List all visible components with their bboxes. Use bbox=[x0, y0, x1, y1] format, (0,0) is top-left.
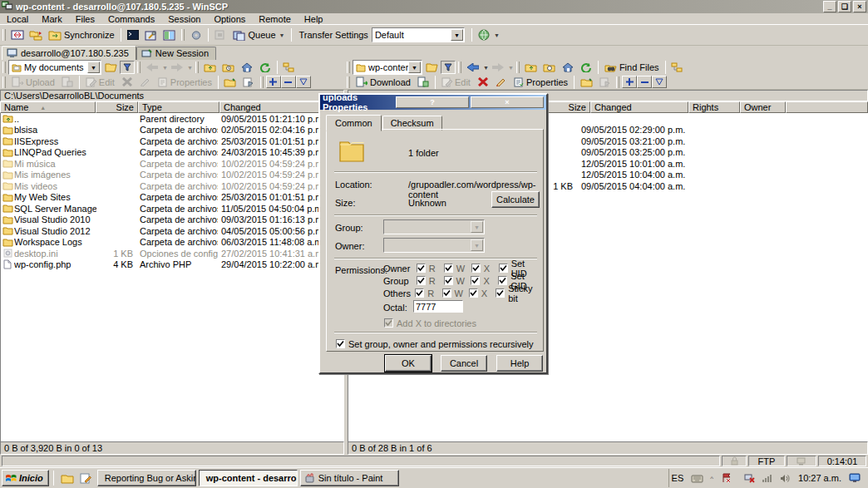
owner-combo[interactable]: ▼ bbox=[383, 238, 485, 253]
settings-gear-icon[interactable] bbox=[187, 27, 205, 43]
menu-commands[interactable]: Commands bbox=[101, 14, 161, 24]
local-file-row[interactable]: IISExpressCarpeta de archivos25/03/2015 … bbox=[1, 136, 344, 147]
console-icon[interactable] bbox=[124, 27, 142, 43]
local-file-row[interactable]: desktop.ini1 KBOpciones de config...27/0… bbox=[1, 248, 344, 259]
transfer-resume-icon[interactable] bbox=[211, 27, 229, 43]
directory-tree-icon[interactable] bbox=[280, 59, 298, 76]
perm-checkbox[interactable] bbox=[417, 276, 426, 285]
selection-filter-icon[interactable] bbox=[296, 76, 311, 88]
menu-mark[interactable]: Mark bbox=[35, 14, 68, 24]
menu-files[interactable]: Files bbox=[69, 14, 101, 24]
column-header-type[interactable]: Type bbox=[138, 101, 219, 113]
ok-button[interactable]: OK bbox=[385, 355, 432, 372]
perm-checkbox[interactable] bbox=[469, 288, 478, 298]
quicklaunch-explorer-icon[interactable] bbox=[58, 470, 76, 486]
delete-icon[interactable] bbox=[474, 74, 492, 91]
local-file-row[interactable]: Mi músicaCarpeta de archivos10/02/2015 0… bbox=[1, 158, 344, 170]
menu-session[interactable]: Session bbox=[161, 14, 207, 24]
menu-options[interactable]: Options bbox=[207, 14, 252, 24]
selection-filter-icon[interactable] bbox=[652, 76, 667, 88]
local-file-row[interactable]: Workspace LogsCarpeta de archivos06/03/2… bbox=[1, 237, 344, 249]
restore-button[interactable]: ❏ bbox=[838, 1, 851, 12]
session-tab-new[interactable]: New Session bbox=[136, 47, 216, 60]
local-drive-combo[interactable]: My documents ▼ bbox=[8, 60, 101, 75]
local-file-row[interactable]: wp-config.php4 KBArchivo PHP29/04/2015 1… bbox=[1, 259, 344, 271]
perm-extra-checkbox[interactable] bbox=[496, 288, 505, 298]
rename-icon[interactable] bbox=[136, 74, 155, 91]
clock[interactable]: 10:27 a.m. bbox=[798, 473, 841, 483]
perm-checkbox[interactable] bbox=[442, 288, 451, 298]
transfer-settings-combo[interactable]: Default ▼ bbox=[372, 27, 465, 42]
select-add-icon[interactable] bbox=[622, 76, 637, 88]
perm-checkbox[interactable] bbox=[444, 276, 453, 285]
tab-common[interactable]: Common bbox=[326, 115, 382, 131]
select-remove-icon[interactable] bbox=[281, 76, 296, 88]
task-winscp[interactable]: wp-content - desarrol... bbox=[199, 470, 298, 486]
volume-icon[interactable] bbox=[776, 470, 794, 486]
cancel-button[interactable]: Cancel bbox=[441, 355, 487, 372]
perm-extra-checkbox[interactable] bbox=[498, 276, 507, 285]
select-add-icon[interactable] bbox=[266, 76, 281, 88]
language-indicator[interactable]: ES bbox=[672, 473, 684, 483]
close-button[interactable]: × bbox=[853, 1, 866, 12]
combo-arrow-icon[interactable]: ▼ bbox=[451, 29, 463, 41]
remote-drive-combo[interactable]: wp-content ▼ bbox=[353, 60, 422, 75]
delete-icon[interactable] bbox=[118, 74, 136, 91]
directory-tree-icon[interactable] bbox=[668, 59, 687, 76]
select-remove-icon[interactable] bbox=[637, 76, 652, 88]
perm-checkbox[interactable] bbox=[444, 264, 453, 273]
menu-local[interactable]: Local bbox=[0, 14, 35, 24]
menu-help[interactable]: Help bbox=[298, 14, 330, 24]
queue-button[interactable]: Queue ▼ bbox=[229, 27, 289, 43]
local-file-row[interactable]: Mis videosCarpeta de archivos10/02/2015 … bbox=[1, 180, 344, 192]
local-file-row[interactable]: blsisaCarpeta de archivos02/05/2015 02:0… bbox=[1, 125, 344, 136]
column-header-rights[interactable]: Rights bbox=[688, 101, 740, 113]
column-header-size[interactable]: Size bbox=[96, 101, 138, 113]
filter-icon[interactable] bbox=[120, 61, 135, 74]
compare-directories-icon[interactable] bbox=[8, 27, 27, 43]
column-header-owner[interactable]: Owner bbox=[740, 101, 786, 113]
local-file-row[interactable]: LINQPad QueriesCarpeta de archivos24/03/… bbox=[1, 147, 344, 159]
session-tab-active[interactable]: desarrollo@107.180.5.235 bbox=[2, 46, 136, 60]
column-header-changed[interactable]: Changed bbox=[590, 101, 688, 113]
synchronize-button[interactable]: Synchronize bbox=[45, 27, 118, 43]
panel-layout-icon[interactable] bbox=[160, 27, 179, 43]
task-chrome[interactable]: Reporting Bug or Asking ... bbox=[97, 470, 196, 486]
dialog-close-icon[interactable]: × bbox=[471, 96, 544, 108]
rename-icon[interactable] bbox=[492, 74, 510, 91]
offline-flag-icon[interactable] bbox=[718, 470, 736, 486]
queue-dropdown-icon[interactable]: ▼ bbox=[279, 32, 285, 38]
menu-remote[interactable]: Remote bbox=[252, 14, 298, 24]
new-folder-icon[interactable] bbox=[221, 74, 239, 91]
perm-extra-checkbox[interactable] bbox=[499, 264, 508, 273]
local-file-row[interactable]: Mis imágenesCarpeta de archivos10/02/201… bbox=[1, 170, 344, 181]
perm-checkbox[interactable] bbox=[417, 264, 426, 273]
column-header-size[interactable]: Size bbox=[540, 101, 590, 113]
download-background-icon[interactable] bbox=[414, 74, 432, 91]
hide-icons-chevron[interactable]: ^ bbox=[710, 475, 713, 482]
upload-background-icon[interactable] bbox=[58, 74, 76, 91]
add-x-checkbox[interactable] bbox=[384, 318, 393, 328]
perm-checkbox[interactable] bbox=[471, 276, 480, 285]
calculate-button[interactable]: Calculate bbox=[491, 191, 540, 208]
local-file-row[interactable]: My Web SitesCarpeta de archivos25/03/201… bbox=[1, 192, 344, 204]
dialog-help-icon[interactable]: ? bbox=[396, 96, 469, 108]
upload-button[interactable]: Upload bbox=[8, 74, 58, 91]
properties-button[interactable]: Properties bbox=[155, 74, 215, 91]
edit-button[interactable]: Edit bbox=[82, 74, 118, 91]
toolbar-grip[interactable] bbox=[2, 29, 6, 41]
signal-strength-icon[interactable] bbox=[762, 475, 772, 482]
disconnected-network-icon[interactable] bbox=[740, 470, 758, 486]
refresh-icon[interactable] bbox=[256, 59, 274, 76]
minimize-button[interactable]: _ bbox=[823, 1, 836, 12]
recursive-checkbox[interactable] bbox=[336, 339, 345, 348]
new-link-icon[interactable] bbox=[595, 74, 614, 91]
keyboard-icon[interactable] bbox=[688, 470, 706, 486]
help-button[interactable]: Help bbox=[496, 355, 543, 372]
perm-checkbox[interactable] bbox=[415, 288, 424, 298]
filter-icon[interactable] bbox=[441, 61, 456, 74]
new-link-icon[interactable] bbox=[239, 74, 258, 91]
properties-button[interactable]: Properties bbox=[510, 74, 571, 91]
group-combo[interactable]: ▼ bbox=[383, 219, 485, 234]
local-file-row[interactable]: Visual Studio 2012Carpeta de archivos04/… bbox=[1, 225, 344, 237]
